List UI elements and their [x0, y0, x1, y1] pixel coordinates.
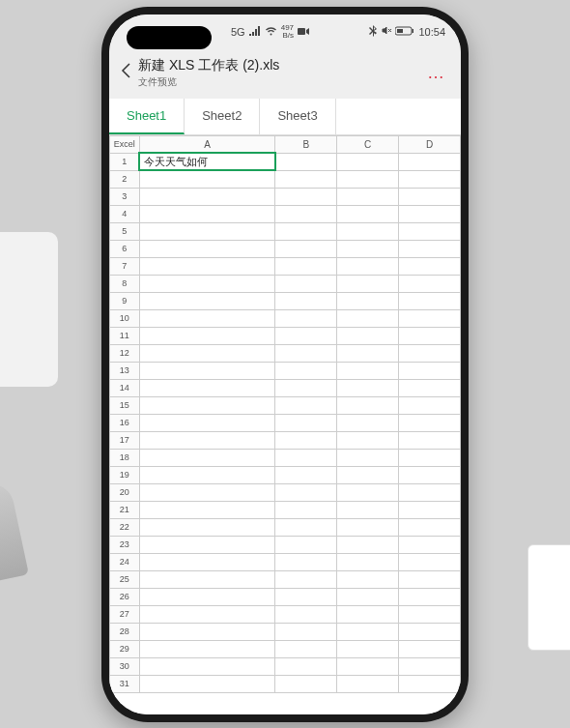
row-header[interactable]: 22 [110, 518, 140, 536]
tab-sheet1[interactable]: Sheet1 [109, 99, 185, 134]
cell-a27[interactable] [139, 605, 275, 623]
cell-d31[interactable] [399, 675, 461, 692]
cell-a30[interactable] [139, 657, 275, 675]
cell-d18[interactable] [399, 449, 461, 466]
cell-a24[interactable] [139, 553, 275, 570]
cell-c10[interactable] [337, 309, 399, 327]
cell-a7[interactable] [139, 257, 275, 275]
row-header[interactable]: 30 [110, 657, 140, 675]
cell-b4[interactable] [275, 205, 337, 222]
cell-c25[interactable] [337, 570, 399, 588]
row-header[interactable]: 8 [110, 275, 140, 292]
cell-c28[interactable] [337, 623, 399, 640]
cell-a5[interactable] [139, 222, 275, 240]
row-header[interactable]: 26 [110, 588, 140, 605]
row-header[interactable]: 19 [110, 466, 140, 483]
row-header[interactable]: 20 [110, 483, 140, 501]
cell-b21[interactable] [275, 501, 337, 518]
cell-a31[interactable] [139, 675, 275, 692]
cell-c19[interactable] [337, 466, 399, 483]
cell-a9[interactable] [139, 292, 275, 309]
cell-c20[interactable] [337, 483, 399, 501]
cell-b9[interactable] [275, 292, 337, 309]
cell-a4[interactable] [139, 205, 275, 222]
cell-a28[interactable] [139, 623, 275, 640]
cell-c31[interactable] [337, 675, 399, 692]
cell-b28[interactable] [275, 623, 337, 640]
cell-c12[interactable] [337, 344, 399, 362]
cell-d24[interactable] [399, 553, 461, 570]
cell-b15[interactable] [275, 396, 337, 414]
cell-c2[interactable] [337, 170, 399, 188]
cell-c24[interactable] [337, 553, 399, 570]
cell-b30[interactable] [275, 657, 337, 675]
cell-b3[interactable] [275, 188, 337, 205]
row-header[interactable]: 1 [110, 153, 140, 170]
cell-a25[interactable] [139, 570, 275, 588]
row-header[interactable]: 14 [110, 379, 140, 396]
cell-d21[interactable] [399, 501, 461, 518]
cell-a17[interactable] [139, 431, 275, 449]
row-header[interactable]: 3 [110, 188, 140, 205]
cell-c7[interactable] [337, 257, 399, 275]
cell-a6[interactable] [139, 240, 275, 257]
row-header[interactable]: 25 [110, 570, 140, 588]
cell-d8[interactable] [399, 275, 461, 292]
cell-a2[interactable] [139, 170, 275, 188]
cell-d13[interactable] [399, 362, 461, 379]
cell-d27[interactable] [399, 605, 461, 623]
cell-b2[interactable] [275, 170, 337, 188]
cell-b20[interactable] [275, 483, 337, 501]
cell-b18[interactable] [275, 449, 337, 466]
row-header[interactable]: 16 [110, 414, 140, 431]
cell-b6[interactable] [275, 240, 337, 257]
cell-d28[interactable] [399, 623, 461, 640]
cell-d15[interactable] [399, 396, 461, 414]
col-header-b[interactable]: B [275, 135, 337, 153]
cell-a10[interactable] [139, 309, 275, 327]
select-all-corner[interactable]: Excel [110, 135, 140, 153]
back-button[interactable] [121, 63, 130, 83]
cell-c3[interactable] [337, 188, 399, 205]
more-menu-button[interactable]: … [423, 59, 449, 87]
cell-b1[interactable] [275, 153, 337, 170]
cell-d10[interactable] [399, 309, 461, 327]
cell-d7[interactable] [399, 257, 461, 275]
cell-c18[interactable] [337, 449, 399, 466]
cell-a16[interactable] [139, 414, 275, 431]
row-header[interactable]: 12 [110, 344, 140, 362]
cell-c27[interactable] [337, 605, 399, 623]
row-header[interactable]: 9 [110, 292, 140, 309]
cell-b29[interactable] [275, 640, 337, 657]
cell-b27[interactable] [275, 605, 337, 623]
cell-a1[interactable]: 今天天气如何 [139, 153, 275, 170]
col-header-c[interactable]: C [337, 135, 399, 153]
cell-c30[interactable] [337, 657, 399, 675]
row-header[interactable]: 10 [110, 309, 140, 327]
cell-c6[interactable] [337, 240, 399, 257]
cell-a22[interactable] [139, 518, 275, 536]
cell-c21[interactable] [337, 501, 399, 518]
tab-sheet3[interactable]: Sheet3 [260, 99, 335, 134]
cell-d26[interactable] [399, 588, 461, 605]
row-header[interactable]: 2 [110, 170, 140, 188]
row-header[interactable]: 11 [110, 327, 140, 344]
cell-d2[interactable] [399, 170, 461, 188]
cell-d11[interactable] [399, 327, 461, 344]
cell-d1[interactable] [399, 153, 461, 170]
row-header[interactable]: 29 [110, 640, 140, 657]
cell-c5[interactable] [337, 222, 399, 240]
cell-d6[interactable] [399, 240, 461, 257]
cell-c22[interactable] [337, 518, 399, 536]
cell-c23[interactable] [337, 536, 399, 553]
row-header[interactable]: 24 [110, 553, 140, 570]
col-header-d[interactable]: D [399, 135, 461, 153]
cell-b10[interactable] [275, 309, 337, 327]
row-header[interactable]: 15 [110, 396, 140, 414]
cell-d19[interactable] [399, 466, 461, 483]
cell-d22[interactable] [399, 518, 461, 536]
cell-b17[interactable] [275, 431, 337, 449]
cell-b8[interactable] [275, 275, 337, 292]
cell-a20[interactable] [139, 483, 275, 501]
cell-c17[interactable] [337, 431, 399, 449]
